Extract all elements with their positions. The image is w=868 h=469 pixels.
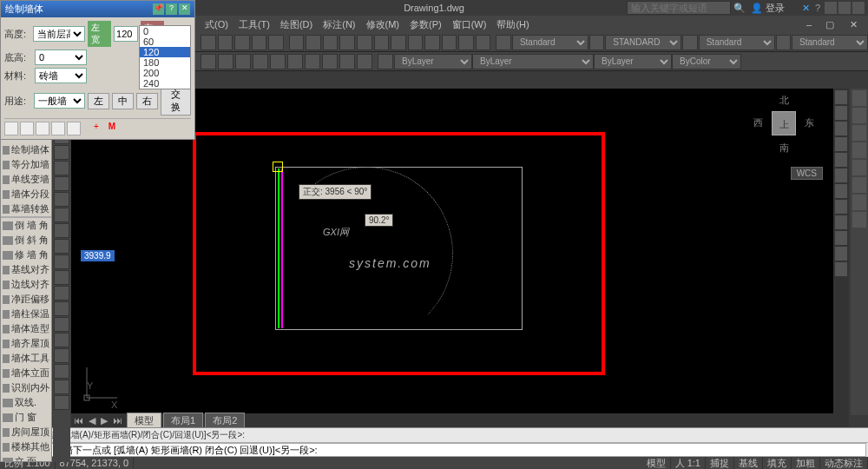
vtool-btn[interactable] [54,380,69,394]
cat-item[interactable]: 等分加墙 [1,157,51,172]
tablestyle-combo[interactable]: Standard [699,35,775,50]
tool-btn[interactable] [234,35,250,50]
wall-tool-icon[interactable] [51,122,65,135]
tool-btn[interactable] [201,54,216,69]
nav-btn[interactable] [852,160,866,175]
tool-btn[interactable] [201,35,216,50]
vtool-btn[interactable] [54,348,69,363]
tool-btn[interactable] [357,35,372,50]
rtool-btn[interactable] [835,200,847,214]
status-annotation[interactable]: 人 1:1 [671,457,706,470]
cat-item[interactable]: 绘制墙体 [1,142,51,157]
material-select[interactable]: 砖墙 [35,68,87,83]
status-model[interactable]: 模型 [642,457,671,470]
tool-btn[interactable] [289,35,305,50]
rtool-btn[interactable] [835,215,847,229]
rtool-btn[interactable] [835,153,847,167]
tool-btn[interactable] [357,54,372,69]
doc-restore[interactable]: ▢ [820,19,839,30]
cat-item[interactable]: 倒 墙 角 [1,218,51,233]
cat-item[interactable]: 倒 斜 角 [1,233,51,248]
viewcube-south[interactable]: 南 [779,142,789,155]
tool-btn[interactable] [306,35,321,50]
width-dropdown[interactable]: 0 60 120 180 200 240 [139,25,191,89]
menu-window[interactable]: 窗口(W) [447,18,492,31]
width-option[interactable]: 240 [140,78,190,89]
tab-nav-prev[interactable]: ◀ [86,415,98,426]
wall-tool-icon[interactable] [36,122,49,135]
tab-nav-last[interactable]: ⏭ [110,415,125,426]
nav-btn[interactable] [852,212,866,228]
bottom-select[interactable]: 0 [35,50,87,65]
vtool-btn[interactable] [54,301,69,316]
layer-icon[interactable] [378,54,393,69]
lineweight-combo[interactable]: ByLayer [594,54,672,69]
command-input[interactable] [16,443,866,457]
width-option[interactable]: 60 [140,36,190,47]
login-label[interactable]: 登录 [766,2,785,15]
nav-btn[interactable] [852,125,866,141]
rtool-btn[interactable] [835,184,847,198]
vtool-btn[interactable] [54,364,69,379]
minimize-button[interactable] [825,2,837,14]
textstyle-combo[interactable]: Standard [512,35,589,50]
menu-dimension[interactable]: 标注(N) [318,18,360,31]
login-icon[interactable]: 👤 [751,3,763,14]
cat-item[interactable]: 墙体分段 [1,187,51,201]
tool-btn[interactable] [391,35,406,50]
m-icon[interactable]: M [105,122,119,135]
layer-combo[interactable]: ByLayer [394,54,472,69]
tool-btn[interactable] [339,54,355,69]
status-toggle[interactable]: 加粗 [792,457,820,470]
align-left-button[interactable]: 左 [88,93,109,109]
mlstyle-combo[interactable]: Standard [792,35,868,50]
cat-item[interactable]: 基线对齐 [1,262,51,277]
close-button[interactable] [852,2,865,14]
tool-btn[interactable] [253,54,268,69]
tab-nav-first[interactable]: ⏮ [71,415,86,426]
menu-help[interactable]: 帮助(H) [491,18,534,31]
rtool-btn[interactable] [835,231,847,245]
tool-btn[interactable] [424,35,440,50]
tool-btn[interactable] [268,35,284,50]
rtool-btn[interactable] [835,262,847,276]
tool-btn[interactable] [776,35,792,50]
cat-item[interactable]: 墙体工具 [1,351,51,366]
tool-btn[interactable] [496,35,511,50]
vtool-btn[interactable] [54,176,69,191]
rtool-btn[interactable] [835,90,847,104]
dimstyle-combo[interactable]: STANDARD [605,35,681,50]
menu-format[interactable]: 式(O) [200,18,233,31]
tool-btn[interactable] [476,35,491,50]
tab-nav-next[interactable]: ▶ [98,415,110,426]
cat-item[interactable]: 单线变墙 [1,172,51,187]
cat-item[interactable]: 墙齐屋顶 [1,336,51,351]
cat-item[interactable]: 双线. [1,395,51,410]
nav-btn[interactable] [852,90,866,106]
nav-btn[interactable] [852,177,866,193]
vtool-btn[interactable] [54,145,69,160]
rtool-btn[interactable] [835,106,847,120]
status-toggle[interactable]: 填充 [763,457,792,470]
rtool-btn[interactable] [835,122,847,135]
wall-tool-icon[interactable] [4,122,18,135]
cat-item[interactable]: 边线对齐 [1,277,51,292]
tool-btn[interactable] [287,54,303,69]
viewcube-top[interactable]: 上 [772,111,796,135]
status-toggle[interactable]: 捕捉 [706,457,734,470]
height-select[interactable]: 当前层高 [33,26,85,42]
vtool-btn[interactable] [54,161,69,175]
tool-btn[interactable] [305,54,320,69]
tool-btn[interactable] [682,35,698,50]
tool-btn[interactable] [458,35,474,50]
menu-tools[interactable]: 工具(T) [233,18,275,31]
cat-item[interactable]: 楼梯其他 [1,439,51,454]
tab-model[interactable]: 模型 [127,413,161,429]
vtool-btn[interactable] [54,192,69,207]
origin-icon[interactable]: + [89,122,103,135]
wcs-button[interactable]: WCS [791,167,823,180]
vtool-btn[interactable] [54,223,69,238]
width-option-selected[interactable]: 120 [140,47,190,57]
viewcube-north[interactable]: 北 [779,94,789,107]
wall-tool-icon[interactable] [67,122,81,135]
